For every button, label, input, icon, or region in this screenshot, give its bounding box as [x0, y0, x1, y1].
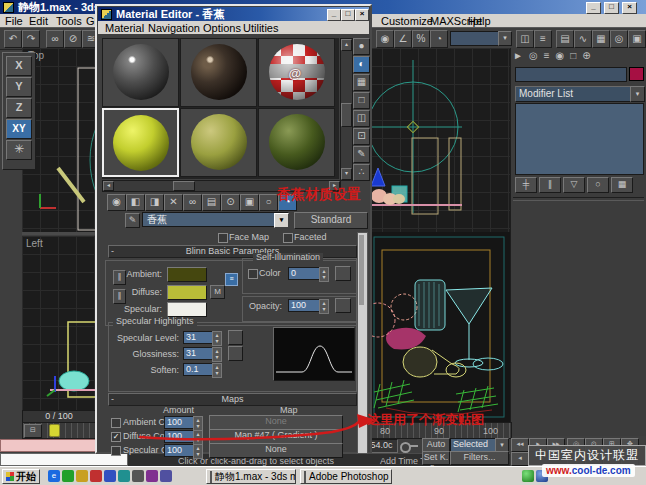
menu-customize[interactable]: Customize — [381, 15, 433, 27]
specular-level-field[interactable]: 31 — [183, 331, 215, 344]
filters-button[interactable]: Filters... — [450, 451, 509, 465]
slots-scroll-thumb[interactable] — [341, 103, 352, 127]
quicklaunch-icon[interactable] — [132, 470, 144, 482]
select-by-material-icon[interactable]: ✎ — [353, 146, 370, 163]
material-type-button[interactable]: Standard — [294, 212, 368, 229]
unlink-icon[interactable]: ⊘ — [64, 30, 82, 48]
named-selection-arrow-icon[interactable]: ▾ — [498, 31, 512, 46]
layer-manager-icon[interactable]: ▤ — [556, 30, 574, 48]
prev-frame-icon[interactable]: ◂ — [511, 452, 529, 466]
viewport-camera[interactable] — [372, 232, 510, 422]
me-menu-options[interactable]: Options — [203, 22, 241, 34]
slots-vscrollbar[interactable]: ▴ ▾ — [340, 38, 353, 181]
menu-help[interactable]: Help — [468, 15, 491, 27]
named-selection-dropdown[interactable] — [450, 31, 500, 46]
glossiness-map-button[interactable] — [228, 346, 243, 361]
angle-snap-icon[interactable]: ∠ — [394, 30, 412, 48]
spinner-snap-icon[interactable]: ◔ — [430, 30, 448, 48]
background-icon[interactable]: ▦ — [353, 74, 370, 91]
quicklaunch-icon[interactable] — [118, 470, 130, 482]
max-close-button[interactable]: × — [622, 2, 637, 14]
axis-y-button[interactable]: Y — [6, 77, 32, 97]
remove-modifier-icon[interactable]: ○ — [587, 177, 609, 193]
tab-utilities-icon[interactable]: ⊕ — [582, 50, 596, 61]
material-id-channel-icon[interactable]: ⊙ — [221, 194, 240, 211]
show-end-result-stack-icon[interactable]: ∥ — [539, 177, 561, 193]
tab-motion-icon[interactable]: ◉ — [555, 50, 570, 61]
start-button[interactable]: 开始 — [2, 469, 40, 484]
me-minimize-button[interactable]: _ — [327, 9, 341, 21]
opacity-map-button[interactable] — [335, 298, 351, 313]
assign-to-selection-icon[interactable]: ◨ — [145, 194, 164, 211]
slots-scroll-right-icon[interactable]: ▸ — [329, 181, 340, 191]
axis-z-button[interactable]: Z — [6, 98, 32, 118]
modifier-stack-list[interactable] — [515, 103, 644, 175]
diffuse-map-shortcut-button[interactable]: M — [210, 285, 225, 299]
open-trackbar-icon[interactable]: ⊟ — [24, 424, 42, 438]
me-restore-button[interactable]: □ — [341, 9, 355, 21]
object-name-field[interactable] — [515, 67, 627, 82]
put-to-scene-icon[interactable]: ◧ — [126, 194, 145, 211]
sample-type-icon[interactable]: ● — [353, 38, 370, 55]
auto-key-button[interactable]: Auto — [422, 438, 450, 452]
maps-rollout-header[interactable]: - Maps — [108, 393, 357, 406]
undo-icon[interactable]: ↶ — [4, 30, 22, 48]
slots-scroll-down-icon[interactable]: ▾ — [341, 168, 352, 180]
me-close-button[interactable]: × — [355, 9, 369, 21]
faceted-checkbox[interactable] — [283, 233, 293, 243]
sample-slot-3[interactable]: @ — [258, 38, 335, 107]
pin-stack-icon[interactable]: ╪ — [515, 177, 537, 193]
specular-amount-field[interactable]: 100 — [164, 444, 196, 457]
self-illum-value-field[interactable]: 0 — [288, 267, 322, 280]
snap-toggle-icon[interactable]: ◉ — [376, 30, 394, 48]
ambient-amount-field[interactable]: 100 — [164, 416, 196, 429]
me-options-icon[interactable]: ⊡ — [353, 128, 370, 145]
percent-snap-icon[interactable]: % — [412, 30, 430, 48]
quicklaunch-icon[interactable] — [76, 470, 88, 482]
face-map-checkbox[interactable] — [218, 233, 228, 243]
show-map-in-viewport-icon[interactable]: ▣ — [240, 194, 259, 211]
put-to-library-icon[interactable]: ▤ — [202, 194, 221, 211]
quicklaunch-icon[interactable] — [90, 470, 102, 482]
specular-color-swatch[interactable] — [167, 302, 207, 317]
maxscript-listener-white[interactable] — [0, 453, 128, 466]
slots-hscroll-thumb[interactable] — [173, 181, 195, 191]
material-name-arrow-icon[interactable]: ▾ — [274, 213, 289, 228]
axis-x-button[interactable]: X — [6, 56, 32, 76]
self-illum-map-button[interactable] — [335, 266, 351, 281]
sample-uv-tiling-icon[interactable]: □ — [353, 92, 370, 109]
max-restore-button[interactable]: □ — [604, 2, 619, 14]
ambient-color-swatch[interactable] — [167, 267, 207, 282]
max-minimize-button[interactable]: _ — [586, 2, 601, 14]
me-menu-material[interactable]: Material — [105, 22, 144, 34]
self-illum-spinner[interactable]: ▴▾ — [319, 267, 329, 282]
modifier-list-dropdown[interactable]: Modifier List — [515, 86, 634, 102]
glossiness-field[interactable]: 31 — [183, 347, 215, 360]
me-menu-navigation[interactable]: Navigation — [148, 22, 200, 34]
diffuse-color-swatch[interactable] — [167, 285, 207, 300]
specular-amount-spinner[interactable]: ▴▾ — [193, 444, 203, 459]
set-key-button[interactable]: Set K. — [422, 451, 450, 465]
material-editor-icon[interactable]: ◎ — [610, 30, 628, 48]
go-to-parent-icon[interactable]: ◔ — [278, 194, 297, 211]
me-menu-utilities[interactable]: Utilities — [243, 22, 278, 34]
material-name-dropdown[interactable]: 香蕉 — [142, 212, 288, 227]
diffuse-map-checkbox[interactable]: ✓ — [111, 432, 121, 442]
tab-display-icon[interactable]: □ — [570, 50, 582, 61]
tab-hierarchy-icon[interactable]: ≡ — [544, 50, 556, 61]
reset-map-icon[interactable]: ✕ — [164, 194, 183, 211]
align-icon[interactable]: ≡ — [534, 30, 552, 48]
specular-level-spinner[interactable]: ▴▾ — [212, 331, 222, 346]
tab-modify-icon[interactable]: ◎ — [529, 50, 544, 61]
opacity-value-field[interactable]: 100 — [288, 299, 322, 312]
ambient-map-button[interactable]: None — [209, 415, 343, 430]
key-filter-arrow-icon[interactable]: ▾ — [495, 438, 509, 452]
lock-button[interactable]: ≡ — [225, 273, 238, 286]
sample-slot-5[interactable] — [180, 108, 257, 177]
material-map-navigator-icon[interactable]: ∴ — [353, 164, 370, 181]
maps-collapse-icon[interactable]: - — [111, 394, 114, 405]
quicklaunch-icon[interactable] — [62, 470, 74, 482]
ambient-amount-spinner[interactable]: ▴▾ — [193, 416, 203, 431]
params-scrollbar[interactable] — [357, 232, 368, 454]
redo-icon[interactable]: ↷ — [22, 30, 40, 48]
